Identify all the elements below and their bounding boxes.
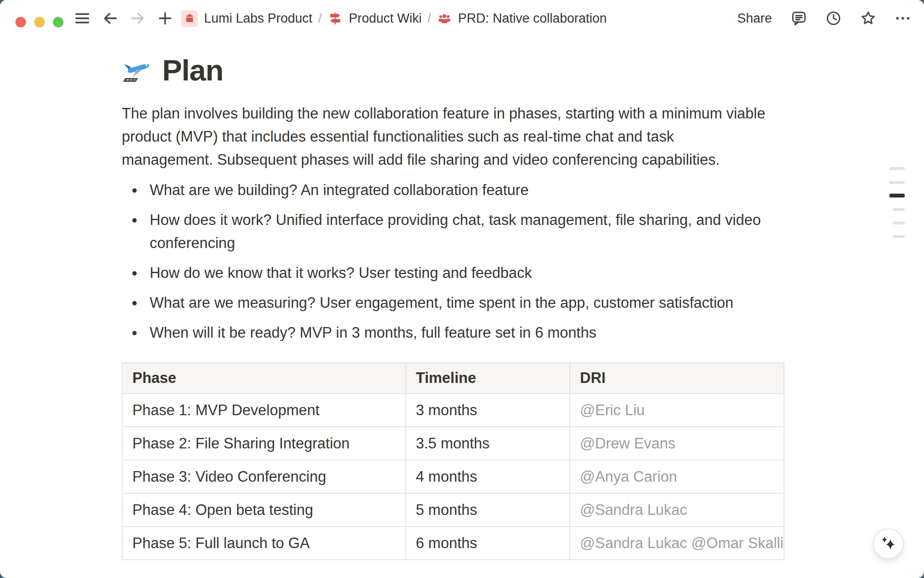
sparkles-icon <box>876 531 901 556</box>
breadcrumb-item-page[interactable]: PRD: Native collaboration <box>437 11 607 26</box>
breadcrumb-separator: / <box>318 11 322 26</box>
cell-timeline[interactable]: 3 months <box>406 394 570 427</box>
bullet-text: conferencing <box>150 232 839 255</box>
breadcrumb: Lumi Labs Product / Product Wiki / <box>181 0 607 37</box>
cell-phase[interactable]: Phase 3: Video Conferencing <box>122 460 406 493</box>
list-item[interactable]: What are we building? An integrated coll… <box>122 179 839 202</box>
outline-bar[interactable] <box>893 222 905 224</box>
column-header-dri[interactable]: DRI <box>570 363 784 394</box>
outline-bar[interactable] <box>889 181 905 184</box>
table-row: Phase 2: File Sharing Integration 3.5 mo… <box>122 427 784 460</box>
intro-paragraph[interactable]: The plan involves building the new colla… <box>122 102 839 171</box>
bullet-dot-icon <box>132 271 137 276</box>
cell-dri-mention[interactable]: @Sandra Lukac @Omar Skalli <box>570 526 784 560</box>
back-arrow-icon[interactable] <box>102 10 119 27</box>
bullet-text: When will it be ready? MVP in 3 months, … <box>150 321 839 344</box>
bullet-text: What are we measuring? User engagement, … <box>150 291 839 315</box>
cell-timeline[interactable]: 6 months <box>406 526 570 560</box>
list-item[interactable]: How do we know that it works? User testi… <box>122 262 839 285</box>
topbar: Lumi Labs Product / Product Wiki / <box>0 0 924 37</box>
breadcrumb-item-wiki[interactable]: Product Wiki <box>328 11 422 26</box>
cell-phase[interactable]: Phase 2: File Sharing Integration <box>122 427 406 460</box>
comments-icon[interactable] <box>790 10 808 27</box>
list-item[interactable]: How does it work? Unified interface prov… <box>122 209 839 255</box>
cell-phase[interactable]: Phase 5: Full launch to GA <box>122 526 406 560</box>
intro-line: management. Subsequent phases will add f… <box>122 148 839 171</box>
bullet-text: What are we building? An integrated coll… <box>150 179 839 202</box>
bullet-dot-icon <box>132 301 137 305</box>
favorite-star-icon[interactable] <box>860 10 877 27</box>
bullet-dot-icon <box>132 331 137 335</box>
briefcase-icon <box>181 10 198 27</box>
intro-line: product (MVP) that includes essential fu… <box>122 125 839 148</box>
table-row: Phase 1: MVP Development 3 months @Eric … <box>122 394 784 427</box>
list-item[interactable]: What are we measuring? User engagement, … <box>122 291 839 315</box>
table-row: Phase 5: Full launch to GA 6 months @San… <box>122 526 784 560</box>
list-item[interactable]: When will it be ready? MVP in 3 months, … <box>122 321 839 344</box>
topbar-actions: Share <box>737 0 911 37</box>
breadcrumb-label: Product Wiki <box>349 11 422 26</box>
breadcrumb-label: Lumi Labs Product <box>204 11 312 26</box>
intro-line: The plan involves building the new colla… <box>122 102 839 125</box>
bullet-list: What are we building? An integrated coll… <box>122 179 839 351</box>
updates-clock-icon[interactable] <box>825 10 842 27</box>
cell-timeline[interactable]: 5 months <box>406 493 570 526</box>
forward-arrow-icon <box>129 10 146 27</box>
cell-dri-mention[interactable]: @Anya Carion <box>570 460 784 493</box>
column-header-phase[interactable]: Phase <box>122 363 406 394</box>
column-header-timeline[interactable]: Timeline <box>406 363 570 394</box>
ai-assistant-button[interactable] <box>873 528 904 559</box>
bullet-dot-icon <box>132 188 137 193</box>
cell-timeline[interactable]: 3.5 months <box>406 427 570 460</box>
cell-phase[interactable]: Phase 1: MVP Development <box>122 394 406 427</box>
share-button[interactable]: Share <box>737 11 772 26</box>
breadcrumb-label: PRD: Native collaboration <box>458 11 607 26</box>
outline-bar[interactable] <box>893 208 905 211</box>
bullet-text: How do we know that it works? User testi… <box>150 262 839 285</box>
bullet-dot-icon <box>132 218 137 223</box>
page-title[interactable]: Plan <box>162 53 223 87</box>
outline-bar-active[interactable] <box>889 194 905 197</box>
cell-dri-mention[interactable]: @Drew Evans <box>570 427 784 460</box>
window-close-button[interactable] <box>15 17 26 27</box>
table-row: Phase 3: Video Conferencing 4 months @An… <box>122 460 784 493</box>
window-zoom-button[interactable] <box>53 17 64 27</box>
cell-phase[interactable]: Phase 4: Open beta testing <box>122 493 406 526</box>
breadcrumb-separator: / <box>427 11 431 26</box>
table-row: Phase 4: Open beta testing 5 months @San… <box>122 493 784 526</box>
cell-timeline[interactable]: 4 months <box>406 460 570 493</box>
new-page-plus-icon[interactable] <box>156 10 174 27</box>
signpost-icon <box>328 11 343 26</box>
window-minimize-button[interactable] <box>34 17 45 27</box>
outline-bar[interactable] <box>889 167 905 170</box>
cell-dri-mention[interactable]: @Eric Liu <box>570 394 784 427</box>
table-header-row: Phase Timeline DRI <box>122 363 784 394</box>
bullet-text: How does it work? Unified interface prov… <box>150 209 839 232</box>
breadcrumb-item-workspace[interactable]: Lumi Labs Product <box>181 10 312 27</box>
sidebar-menu-icon[interactable] <box>74 10 91 27</box>
more-ellipsis-icon[interactable] <box>894 10 911 27</box>
page-title-row: Plan <box>122 51 223 89</box>
phase-table: Phase Timeline DRI Phase 1: MVP Developm… <box>122 362 784 560</box>
airplane-departure-emoji <box>122 54 153 85</box>
outline-bar[interactable] <box>893 235 905 238</box>
notion-window: Lumi Labs Product / Product Wiki / <box>0 0 924 578</box>
people-icon <box>437 11 452 26</box>
cell-dri-mention[interactable]: @Sandra Lukac <box>570 493 784 526</box>
